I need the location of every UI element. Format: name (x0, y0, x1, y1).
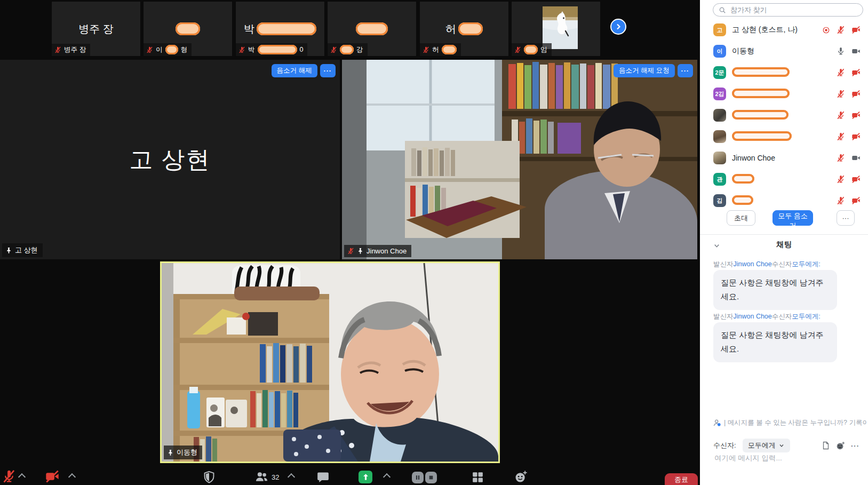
participant-name: Jinwon Choe (732, 154, 831, 162)
redacted-name (340, 45, 354, 54)
share-options-chevron[interactable] (383, 473, 391, 481)
video-options-chevron[interactable] (68, 473, 76, 481)
strip-tile-2[interactable]: 이 형 (143, 1, 233, 57)
tile-more-button[interactable]: ··· (320, 64, 336, 77)
participant-row[interactable]: 김 (700, 190, 868, 211)
security-control[interactable] (203, 471, 216, 483)
tile-name-label: 이 형 (144, 43, 192, 56)
video-tile-jinwon-choe[interactable]: 음소거 해제 요청 ··· Jinwon Choe (342, 60, 697, 259)
share-screen-control[interactable] (359, 471, 372, 483)
chat-message-bubble: 질문 사항은 채팅창에 남겨주세요. (713, 322, 837, 362)
redacted-name (442, 45, 457, 54)
redacted-name (257, 22, 316, 35)
mic-muted-icon (837, 68, 845, 77)
video-tile-lee-donghyung-pinned[interactable]: 이동형 (160, 261, 500, 463)
strip-tile-1[interactable]: 병주 장 병주 장 (51, 1, 141, 57)
shield-icon[interactable] (203, 471, 216, 483)
camera-off-icon (851, 90, 861, 98)
participant-search[interactable] (713, 3, 863, 17)
mic-options-chevron[interactable] (18, 473, 26, 481)
pin-icon (5, 247, 12, 254)
participants-more-button[interactable]: ··· (837, 210, 855, 226)
participant-row[interactable] (700, 105, 868, 126)
avatar: 관 (713, 173, 726, 186)
end-meeting-button[interactable]: 종료 (665, 473, 698, 485)
video-feed-office (342, 60, 697, 259)
avatar: 김 (713, 194, 726, 207)
mute-control[interactable] (2, 470, 16, 483)
participants-icon[interactable] (255, 471, 268, 483)
tile-name-label: 임 (512, 43, 552, 56)
redacted-name (732, 110, 789, 120)
meeting-toolbar: 32 (0, 467, 700, 485)
participants-control[interactable]: 32 (255, 471, 279, 483)
stop-recording-button[interactable] (425, 472, 437, 483)
participant-row[interactable]: 이 이동형 (700, 41, 868, 62)
video-control[interactable] (45, 470, 60, 483)
camera-off-icon[interactable] (45, 470, 60, 483)
camera-off-icon (851, 26, 861, 34)
tile-name-label: 이동형 (164, 446, 202, 459)
chat-message-bubble: 질문 사항은 채팅창에 남겨주세요. (713, 270, 837, 310)
mic-muted-icon (837, 111, 845, 120)
avatar: 2문 (713, 66, 726, 79)
chat-recipient-row: 수신자: 모두에게 ··· (713, 439, 859, 452)
apps-control[interactable] (472, 471, 484, 483)
unmute-button[interactable]: 음소거 해제 (272, 64, 317, 77)
mic-muted-icon[interactable] (2, 470, 16, 483)
participant-row[interactable]: 2김 (700, 83, 868, 105)
redacted-name (732, 131, 792, 141)
chat-message-input[interactable] (713, 454, 865, 463)
pin-icon (167, 449, 174, 456)
participants-count: 32 (272, 473, 279, 481)
participant-row-jinwon-choe[interactable]: Jinwon Choe (700, 147, 868, 169)
invite-button[interactable]: 초대 (727, 210, 755, 226)
redacted-name (732, 174, 754, 184)
share-screen-button[interactable] (359, 471, 372, 483)
camera-on-icon (851, 47, 861, 55)
mic-muted-icon (146, 46, 153, 53)
reactions-smiley-icon[interactable] (514, 470, 528, 483)
chat-message-meta: 발신자Jinwon Choe수신자모두에게: (713, 260, 821, 269)
recipient-selector[interactable]: 모두에게 (743, 439, 790, 452)
strip-tile-3[interactable]: 박 박 0 (235, 1, 325, 57)
tile-name-label: 박 0 (236, 43, 307, 56)
chevron-right-icon (614, 22, 623, 31)
chat-message-meta: 발신자Jinwon Choe수신자모두에게: (713, 312, 821, 321)
chat-bubble-icon[interactable] (317, 471, 329, 483)
mic-muted-icon (837, 90, 845, 98)
mic-muted-icon (238, 46, 245, 53)
strip-tile-6[interactable]: 임 (511, 1, 601, 57)
next-page-button[interactable] (610, 19, 626, 35)
participants-options-chevron[interactable] (288, 473, 295, 481)
mute-all-button[interactable]: 모두 음소거 (773, 210, 813, 226)
chat-more-icon[interactable]: ··· (851, 442, 859, 450)
redacted-name (732, 89, 790, 98)
reactions-control[interactable] (514, 470, 528, 483)
strip-tile-5[interactable]: 허 허 (419, 1, 509, 57)
redacted-name (732, 67, 790, 77)
tile-name-label: 강 (328, 43, 368, 56)
avatar: 2김 (713, 88, 726, 100)
pause-icon (414, 474, 421, 481)
video-tile-go-sanghyun[interactable]: 고 상현 음소거 해제 ··· 고 상현 (0, 60, 340, 259)
recording-stop-control[interactable] (425, 472, 437, 483)
search-input[interactable] (729, 5, 857, 14)
strip-tile-4[interactable]: 강 (327, 1, 417, 57)
mic-muted-icon (347, 248, 354, 255)
chat-control[interactable] (317, 471, 329, 483)
recipient-label: 수신자: (713, 441, 736, 450)
emoji-icon[interactable] (836, 441, 845, 450)
file-attach-icon[interactable] (822, 441, 830, 450)
participant-row-host[interactable]: 고 고 상현 (호스트, 나) (700, 19, 868, 41)
pause-recording-button[interactable] (412, 472, 424, 483)
ask-to-unmute-button[interactable]: 음소거 해제 요청 (614, 64, 674, 77)
participant-row[interactable]: 관 (700, 169, 868, 190)
search-icon (719, 6, 726, 14)
apps-grid-icon[interactable] (472, 471, 484, 483)
recording-pause-control[interactable] (412, 472, 424, 483)
tile-more-button[interactable]: ··· (678, 64, 694, 77)
redacted-name (524, 45, 538, 54)
participant-row[interactable] (700, 126, 868, 147)
participant-row[interactable]: 2문 (700, 62, 868, 83)
